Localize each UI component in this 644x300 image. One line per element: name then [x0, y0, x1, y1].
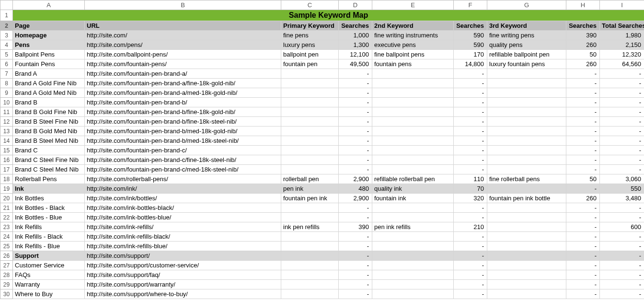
cell-page[interactable]: Brand A [13, 69, 85, 79]
row-header[interactable]: 26 [0, 251, 13, 261]
cell-3rd-keyword[interactable]: luxury fountain pens [487, 59, 566, 69]
cell-searches-1[interactable]: - [339, 127, 372, 136]
cell-searches-1[interactable]: - [339, 280, 372, 289]
cell-searches-1[interactable]: - [339, 146, 372, 155]
cell-searches-1[interactable]: - [339, 165, 372, 174]
cell-2nd-keyword[interactable] [372, 213, 454, 222]
cell-searches-3[interactable]: 390 [566, 31, 600, 40]
cell-searches-3[interactable]: - [566, 203, 600, 213]
hdr-searches-1[interactable]: Searches [339, 21, 372, 31]
cell-page[interactable]: Ink Bottles [13, 194, 85, 203]
cell-2nd-keyword[interactable] [372, 69, 454, 79]
cell-page[interactable]: Brand C Steel Fine Nib [13, 155, 85, 165]
cell-searches-1[interactable]: 49,500 [339, 59, 372, 69]
cell-3rd-keyword[interactable] [487, 270, 566, 280]
cell-url[interactable]: http://site.com/pens/ [85, 40, 281, 50]
row-header[interactable]: 4 [0, 40, 13, 50]
cell-searches-2[interactable]: 110 [454, 174, 487, 184]
row-header[interactable]: 23 [0, 222, 13, 232]
row-header[interactable]: 30 [0, 289, 13, 299]
cell-searches-2[interactable]: - [454, 280, 487, 289]
cell-searches-1[interactable]: - [339, 289, 372, 299]
cell-page[interactable]: Ink Bottles - Blue [13, 213, 85, 222]
cell-searches-1[interactable]: - [339, 261, 372, 270]
cell-searches-3[interactable]: - [566, 69, 600, 79]
cell-2nd-keyword[interactable]: refillable rollerball pen [372, 174, 454, 184]
row-header[interactable]: 28 [0, 270, 13, 280]
cell-primary-keyword[interactable] [281, 270, 339, 280]
cell-3rd-keyword[interactable]: fountain pen ink bottle [487, 194, 566, 203]
cell-total-searches[interactable]: - [600, 289, 644, 299]
cell-3rd-keyword[interactable] [487, 261, 566, 270]
cell-page[interactable]: Pens [13, 40, 85, 50]
row-header[interactable]: 20 [0, 194, 13, 203]
cell-page[interactable]: Brand B Steel Med Nib [13, 136, 85, 146]
cell-3rd-keyword[interactable] [487, 203, 566, 213]
cell-total-searches[interactable]: 12,320 [600, 50, 644, 59]
cell-primary-keyword[interactable] [281, 98, 339, 107]
cell-url[interactable]: http://site.com/fountain-pen-brand-c/med… [85, 165, 281, 174]
cell-total-searches[interactable]: - [600, 270, 644, 280]
cell-searches-1[interactable]: 1,000 [339, 31, 372, 40]
cell-2nd-keyword[interactable] [372, 88, 454, 98]
cell-primary-keyword[interactable] [281, 117, 339, 127]
cell-2nd-keyword[interactable] [372, 155, 454, 165]
cell-2nd-keyword[interactable] [372, 107, 454, 117]
cell-searches-1[interactable]: - [339, 251, 372, 261]
cell-searches-1[interactable]: - [339, 136, 372, 146]
row-header[interactable]: 2 [0, 21, 13, 31]
hdr-page[interactable]: Page [13, 21, 85, 31]
cell-primary-keyword[interactable]: pen ink [281, 184, 339, 194]
cell-total-searches[interactable]: - [600, 136, 644, 146]
cell-searches-1[interactable]: 1,300 [339, 40, 372, 50]
cell-url[interactable]: http://site.com/support/ [85, 251, 281, 261]
cell-page[interactable]: Support [13, 251, 85, 261]
cell-searches-3[interactable]: - [566, 213, 600, 222]
cell-2nd-keyword[interactable] [372, 79, 454, 88]
row-header[interactable]: 21 [0, 203, 13, 213]
cell-3rd-keyword[interactable] [487, 222, 566, 232]
cell-url[interactable]: http://site.com/support/customer-service… [85, 261, 281, 270]
cell-searches-2[interactable]: - [454, 251, 487, 261]
cell-searches-2[interactable]: - [454, 242, 487, 251]
cell-2nd-keyword[interactable] [372, 146, 454, 155]
cell-2nd-keyword[interactable] [372, 232, 454, 242]
cell-url[interactable]: http://site.com/fountain-pen-brand-c/fin… [85, 155, 281, 165]
cell-searches-2[interactable]: 70 [454, 184, 487, 194]
cell-primary-keyword[interactable]: rollerball pen [281, 174, 339, 184]
cell-url[interactable]: http://site.com/fountain-pen-brand-a/med… [85, 88, 281, 98]
row-header[interactable]: 29 [0, 280, 13, 289]
row-header[interactable]: 5 [0, 50, 13, 59]
cell-page[interactable]: Brand A Gold Med Nib [13, 88, 85, 98]
cell-searches-3[interactable]: - [566, 165, 600, 174]
cell-searches-2[interactable]: 170 [454, 50, 487, 59]
cell-2nd-keyword[interactable] [372, 270, 454, 280]
cell-primary-keyword[interactable] [281, 127, 339, 136]
cell-url[interactable]: http://site.com/fountain-pen-brand-b/ [85, 98, 281, 107]
cell-searches-2[interactable]: 320 [454, 194, 487, 203]
row-header[interactable]: 27 [0, 261, 13, 270]
cell-2nd-keyword[interactable] [372, 261, 454, 270]
cell-url[interactable]: http://site.com/fountain-pen-brand-b/med… [85, 127, 281, 136]
cell-primary-keyword[interactable]: fountain pen ink [281, 194, 339, 203]
cell-searches-2[interactable]: - [454, 289, 487, 299]
col-header[interactable]: H [566, 0, 600, 10]
hdr-searches-2[interactable]: Searches [454, 21, 487, 31]
cell-searches-3[interactable]: - [566, 146, 600, 155]
cell-total-searches[interactable]: - [600, 79, 644, 88]
cell-total-searches[interactable]: - [600, 155, 644, 165]
cell-3rd-keyword[interactable]: fine rollerball pens [487, 174, 566, 184]
row-header[interactable]: 15 [0, 146, 13, 155]
cell-searches-1[interactable]: - [339, 155, 372, 165]
row-header[interactable]: 10 [0, 98, 13, 107]
cell-primary-keyword[interactable]: ink pen refills [281, 222, 339, 232]
cell-total-searches[interactable]: - [600, 165, 644, 174]
cell-3rd-keyword[interactable] [487, 69, 566, 79]
cell-2nd-keyword[interactable] [372, 280, 454, 289]
cell-primary-keyword[interactable] [281, 155, 339, 165]
cell-primary-keyword[interactable] [281, 146, 339, 155]
cell-searches-3[interactable]: - [566, 270, 600, 280]
cell-page[interactable]: Ink Bottles - Black [13, 203, 85, 213]
cell-searches-2[interactable]: - [454, 88, 487, 98]
cell-searches-3[interactable]: - [566, 88, 600, 98]
